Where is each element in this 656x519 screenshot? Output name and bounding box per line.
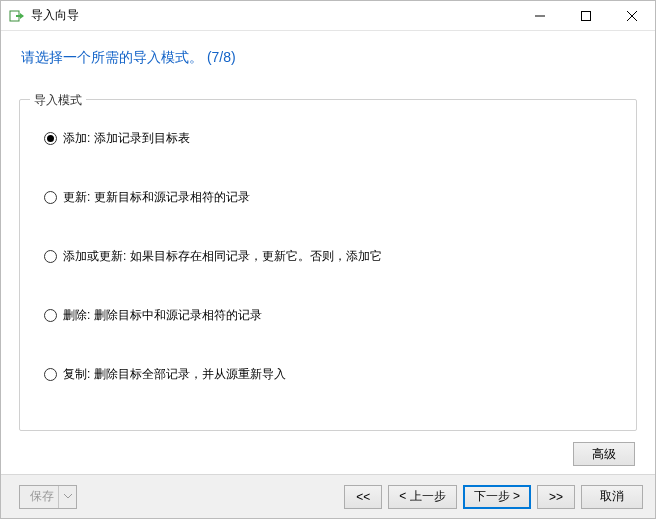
radio-label: 复制: 删除目标全部记录，并从源重新导入: [63, 366, 286, 383]
prev-button[interactable]: < 上一步: [388, 485, 456, 509]
radio-label: 更新: 更新目标和源记录相符的记录: [63, 189, 250, 206]
first-button[interactable]: <<: [344, 485, 382, 509]
advanced-button[interactable]: 高级: [573, 442, 635, 466]
radio-icon: [44, 309, 57, 322]
maximize-button[interactable]: [563, 1, 609, 31]
radio-option-add-or-update[interactable]: 添加或更新: 如果目标存在相同记录，更新它。否则，添加它: [44, 248, 620, 265]
radio-label: 添加: 添加记录到目标表: [63, 130, 190, 147]
minimize-button[interactable]: [517, 1, 563, 31]
chevron-down-icon: [58, 486, 76, 508]
radio-option-delete[interactable]: 删除: 删除目标中和源记录相符的记录: [44, 307, 620, 324]
fieldset-legend: 导入模式: [30, 92, 86, 109]
save-label: 保存: [30, 488, 54, 505]
page-instruction: 请选择一个所需的导入模式。 (7/8): [1, 31, 655, 75]
app-icon: [9, 8, 25, 24]
save-button[interactable]: 保存: [19, 485, 77, 509]
svg-rect-3: [582, 11, 591, 20]
radio-icon: [44, 132, 57, 145]
last-button[interactable]: >>: [537, 485, 575, 509]
wizard-footer: 保存 << < 上一步 下一步 > >> 取消: [1, 474, 655, 518]
radio-icon: [44, 250, 57, 263]
window-title: 导入向导: [31, 7, 79, 24]
radio-icon: [44, 191, 57, 204]
radio-label: 添加或更新: 如果目标存在相同记录，更新它。否则，添加它: [63, 248, 382, 265]
radio-option-update[interactable]: 更新: 更新目标和源记录相符的记录: [44, 189, 620, 206]
cancel-button[interactable]: 取消: [581, 485, 643, 509]
radio-option-copy[interactable]: 复制: 删除目标全部记录，并从源重新导入: [44, 366, 620, 383]
radio-icon: [44, 368, 57, 381]
titlebar: 导入向导: [1, 1, 655, 31]
import-mode-fieldset: 导入模式 添加: 添加记录到目标表 更新: 更新目标和源记录相符的记录 添加或更…: [19, 99, 637, 431]
close-button[interactable]: [609, 1, 655, 31]
radio-option-add[interactable]: 添加: 添加记录到目标表: [44, 130, 620, 147]
radio-label: 删除: 删除目标中和源记录相符的记录: [63, 307, 262, 324]
next-button[interactable]: 下一步 >: [463, 485, 531, 509]
